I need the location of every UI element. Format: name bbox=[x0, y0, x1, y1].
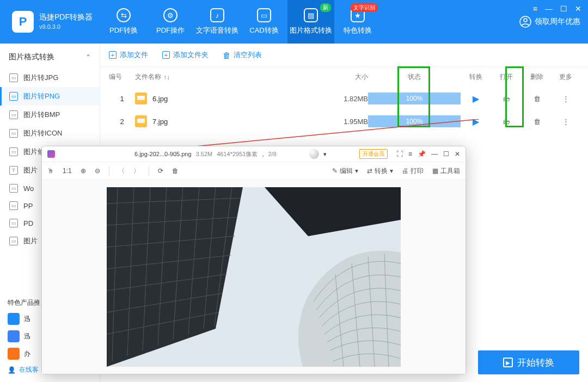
close-icon[interactable]: ✕ bbox=[455, 150, 460, 158]
viewer-filename: 6.jpg-202...0-905.png bbox=[134, 151, 192, 157]
highlight-filename bbox=[59, 150, 130, 158]
open-folder-button[interactable]: 🗁 bbox=[491, 95, 522, 103]
print-button[interactable]: 🖨 打印 bbox=[402, 167, 424, 176]
nav-special[interactable]: 文字识别★特色转换 bbox=[334, 0, 381, 44]
more-button[interactable]: ⋮ bbox=[552, 95, 579, 103]
table-header: 编号 文件名称↑↓ 大小 状态 转换 打开 删除 更多 bbox=[100, 67, 588, 87]
pin-icon[interactable]: 📌 bbox=[418, 150, 426, 158]
sidebar-item-icon[interactable]: ▭图片转ICON bbox=[0, 124, 100, 143]
open-folder-button[interactable]: 🗁 bbox=[491, 118, 522, 126]
viewer-page: 2/8 bbox=[268, 151, 276, 157]
th-status: 状态 bbox=[368, 72, 461, 82]
fit-tool[interactable]: 1:1 bbox=[63, 167, 72, 175]
image-viewer-window: 6.jpg-202...0-905.png 3.52M 4614*2951像素,… bbox=[41, 146, 466, 374]
app-icon bbox=[8, 313, 20, 325]
nav-tts[interactable]: ♪文字语音转换 bbox=[194, 0, 241, 44]
delete-button[interactable]: 🗑 bbox=[522, 95, 552, 103]
sidebar-item-bmp[interactable]: ▭图片转BMP bbox=[0, 106, 100, 124]
nav-pdf-convert[interactable]: ⇆PDF转换 bbox=[100, 0, 147, 44]
image-file-icon bbox=[135, 115, 147, 127]
th-more: 更多 bbox=[552, 72, 579, 82]
play-icon: ▶ bbox=[503, 358, 513, 367]
th-delete: 删除 bbox=[522, 72, 552, 82]
th-size: 大小 bbox=[320, 72, 368, 82]
app-header: P 迅捷PDF转换器 v9.0.3.0 ⇆PDF转换 ⚙PDF操作 ♪文字语音转… bbox=[0, 0, 588, 44]
nav-pdf-ops[interactable]: ⚙PDF操作 bbox=[147, 0, 194, 44]
nav-cad[interactable]: ▭CAD转换 bbox=[241, 0, 287, 44]
cell-index: 2 bbox=[109, 118, 135, 126]
progress-bar: 100% bbox=[368, 115, 461, 127]
add-folder-button[interactable]: +添加文件夹 bbox=[162, 50, 209, 60]
sidebar-category[interactable]: 图片格式转换 ⌃ bbox=[0, 48, 100, 69]
delete-button[interactable]: 🗑 bbox=[522, 118, 552, 126]
app-icon bbox=[8, 348, 20, 360]
convert-menu[interactable]: ⇄ 转换 ▾ bbox=[367, 167, 393, 176]
minimize-icon[interactable]: — bbox=[431, 150, 438, 158]
svg-point-1 bbox=[524, 19, 527, 22]
mouse-tool[interactable]: 🖱 bbox=[47, 167, 54, 175]
doc-icon: ▭ bbox=[9, 237, 18, 245]
th-index: 编号 bbox=[109, 72, 135, 82]
table-row: 2 7.jpg 1.95MB 100% ▶ 🗁 🗑 ⋮ bbox=[100, 110, 588, 133]
plus-icon: + bbox=[162, 51, 170, 59]
prev-image[interactable]: 〈 bbox=[118, 167, 125, 176]
convert-button[interactable]: ▶ bbox=[461, 116, 491, 127]
nav-image-format[interactable]: 新▨图片格式转换 bbox=[287, 0, 334, 44]
list-icon[interactable]: ≡ bbox=[408, 150, 412, 158]
image-icon: ▨ bbox=[304, 8, 318, 22]
delete-tool[interactable]: 🗑 bbox=[172, 167, 179, 175]
dropdown-icon[interactable]: ▾ bbox=[323, 151, 327, 158]
menu-icon[interactable]: ≡ bbox=[533, 4, 537, 13]
start-convert-button[interactable]: ▶ 开始转换 bbox=[478, 350, 579, 374]
claim-offer[interactable]: 领取周年优惠 bbox=[519, 16, 588, 28]
logo-area: P 迅捷PDF转换器 v9.0.3.0 bbox=[0, 11, 100, 33]
maximize-icon[interactable]: ☐ bbox=[560, 4, 567, 13]
viewer-titlebar[interactable]: 6.jpg-202...0-905.png 3.52M 4614*2951像素,… bbox=[42, 146, 465, 162]
app-icon bbox=[8, 330, 20, 342]
doc-icon: ▭ bbox=[9, 73, 18, 82]
clear-list-button[interactable]: 🗑清空列表 bbox=[223, 50, 262, 60]
cell-size: 1.82MB bbox=[320, 95, 368, 103]
trash-icon: 🗑 bbox=[223, 51, 230, 59]
toolbox-button[interactable]: ▦ 工具箱 bbox=[432, 167, 460, 176]
th-open: 打开 bbox=[491, 72, 522, 82]
viewer-dimensions: 4614*2951像素 bbox=[217, 150, 258, 158]
zoom-in-tool[interactable]: ⊕ bbox=[81, 167, 86, 175]
doc-icon: ▭ bbox=[9, 147, 18, 156]
chevron-up-icon: ⌃ bbox=[85, 53, 91, 61]
maximize-icon[interactable]: ☐ bbox=[443, 150, 449, 158]
next-image[interactable]: 〉 bbox=[133, 167, 140, 176]
swap-icon: ⇆ bbox=[117, 8, 131, 22]
fullscreen-icon[interactable]: ⛶ bbox=[396, 150, 403, 158]
more-button[interactable]: ⋮ bbox=[552, 118, 579, 126]
convert-button[interactable]: ▶ bbox=[461, 94, 491, 104]
doc-icon: ▭ bbox=[9, 184, 18, 193]
sidebar-item-png[interactable]: ▭图片转PNG bbox=[0, 87, 100, 106]
zoom-out-tool[interactable]: ⊖ bbox=[95, 167, 100, 175]
file-toolbar: +添加文件 +添加文件夹 🗑清空列表 bbox=[100, 44, 588, 67]
viewer-window-controls: ⛶ ≡ 📌 — ☐ ✕ bbox=[396, 150, 460, 158]
viewer-toolbar: 🖱 1:1 ⊕ ⊖ 〈 〉 ⟳ 🗑 ✎ 编辑 ▾ ⇄ 转换 ▾ 🖨 打印 ▦ 工… bbox=[42, 162, 465, 180]
minimize-icon[interactable]: — bbox=[545, 4, 553, 13]
window-controls: ≡ — ☐ ✕ bbox=[533, 4, 581, 13]
ocr-badge: 文字识别 bbox=[351, 3, 378, 12]
avatar-icon[interactable] bbox=[309, 149, 319, 159]
preview-image bbox=[107, 187, 401, 367]
new-badge: 新 bbox=[320, 3, 331, 12]
edit-menu[interactable]: ✎ 编辑 ▾ bbox=[332, 167, 358, 176]
app-version: v9.0.3.0 bbox=[39, 22, 93, 32]
vip-badge[interactable]: 开通会员 bbox=[359, 149, 388, 159]
rotate-tool[interactable]: ⟳ bbox=[158, 167, 163, 175]
th-convert: 转换 bbox=[461, 72, 491, 82]
main-nav: ⇆PDF转换 ⚙PDF操作 ♪文字语音转换 ▭CAD转换 新▨图片格式转换 文字… bbox=[100, 0, 381, 44]
image-file-icon bbox=[135, 93, 147, 104]
gear-icon: ⚙ bbox=[163, 8, 177, 22]
cell-name: 7.jpg bbox=[135, 115, 320, 127]
sidebar-item-jpg[interactable]: ▭图片转JPG bbox=[0, 69, 100, 87]
th-name[interactable]: 文件名称↑↓ bbox=[135, 72, 320, 82]
cell-status: 100% bbox=[368, 115, 461, 127]
doc-icon: ▭ bbox=[9, 110, 18, 119]
viewer-canvas[interactable] bbox=[42, 180, 465, 374]
add-file-button[interactable]: +添加文件 bbox=[109, 50, 148, 60]
close-icon[interactable]: ✕ bbox=[575, 4, 581, 13]
